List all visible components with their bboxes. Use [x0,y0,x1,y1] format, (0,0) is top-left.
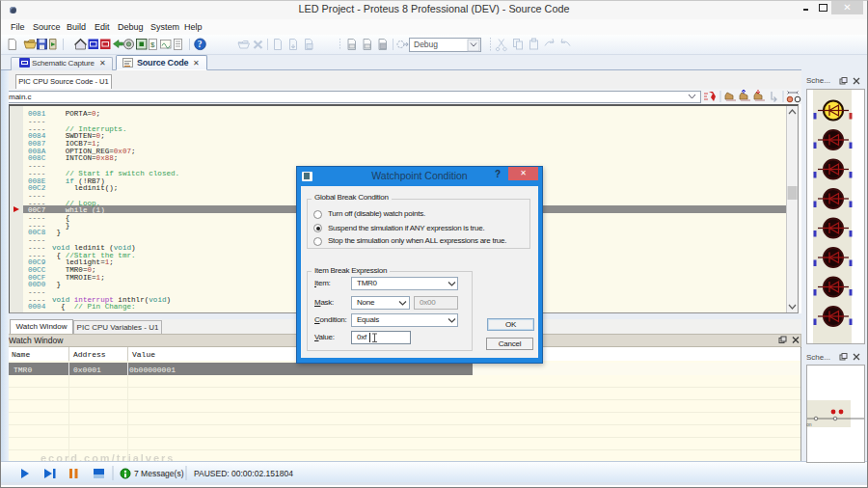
svg-text:7 Message(s): 7 Message(s) [134,469,184,478]
svg-text:on: on [806,421,812,427]
svg-text:PAUSED: 00:00:02.151804: PAUSED: 00:00:02.151804 [194,469,293,478]
svg-text:?: ? [198,40,203,49]
svg-text:$: $ [150,41,155,49]
svg-text:Debug: Debug [414,40,438,49]
